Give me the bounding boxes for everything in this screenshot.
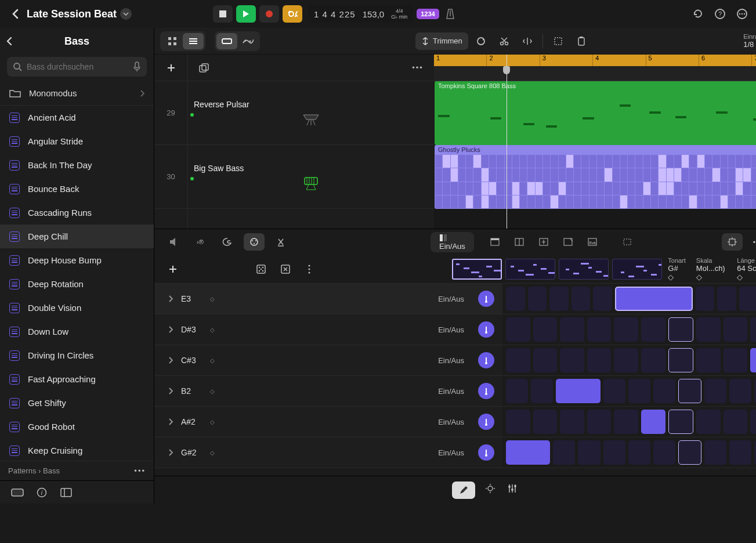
stop-button[interactable] [213,5,233,23]
brightness-icon[interactable] [483,482,497,495]
step-cell[interactable] [615,287,693,311]
einaus-mode[interactable]: Ein/Aus [432,234,472,251]
updown-icon[interactable]: ◇ [210,388,215,394]
row-mode[interactable]: Ein/Aus [438,448,464,457]
automation-mode-icon[interactable] [237,33,258,49]
help-icon[interactable]: ? [713,7,727,21]
step-cell[interactable] [704,379,726,403]
seq-view-1-icon[interactable] [484,233,505,251]
step-cell[interactable] [724,317,748,342]
step-cell[interactable] [560,317,584,342]
record-button[interactable] [259,5,279,23]
undo-icon[interactable] [691,7,705,21]
dice-icon[interactable] [252,260,270,278]
step-cell[interactable] [641,410,665,434]
step-cell[interactable] [696,287,715,311]
preset-row[interactable]: Keep Cruising [0,439,154,461]
updown-icon[interactable]: ◇ [210,327,215,333]
step-cell[interactable] [653,379,675,403]
step-cell[interactable] [628,379,650,403]
vdots-icon[interactable] [300,260,319,278]
search-input[interactable] [27,62,128,71]
bar-ruler[interactable]: 1234567 [434,55,756,66]
loop-tool-icon[interactable] [471,32,491,50]
preset-row[interactable]: Back In The Day [0,153,154,177]
clipboard-icon[interactable] [571,32,592,50]
seq-row-header[interactable]: A#2◇Ein/Aus [154,407,502,437]
preset-row[interactable]: Good Robot [0,415,154,439]
step-cell[interactable] [696,348,721,372]
step-cell[interactable] [704,440,726,465]
sidebar-back-button[interactable] [6,37,12,46]
cycle-button[interactable] [283,5,302,23]
breadcrumb[interactable]: Patterns › Bass [8,466,60,475]
step-cell[interactable] [578,440,600,465]
preset-row[interactable]: Down Low [0,320,154,343]
seq-more-icon[interactable]: ••• [748,233,756,251]
step-cell[interactable] [560,348,584,372]
key-param[interactable]: TonartG# ◇ [668,257,686,281]
step-cell[interactable] [603,440,625,465]
preset-row[interactable]: Driving In Circles [0,343,154,367]
speaker-icon[interactable] [164,233,185,251]
seq-view-2-icon[interactable] [509,233,530,251]
step-cell[interactable] [506,379,528,403]
step-cell[interactable] [739,287,756,311]
scissors-icon[interactable] [494,32,515,50]
step-cell[interactable] [641,348,665,372]
step-cell[interactable] [533,317,558,342]
step-cell[interactable] [506,440,550,465]
back-button[interactable] [7,6,23,22]
row-mode[interactable]: Ein/Aus [438,387,464,396]
palette-alt-icon[interactable] [244,233,265,251]
step-cell[interactable] [641,317,665,342]
updown-icon[interactable]: ◇ [210,419,215,425]
step-cell[interactable] [533,348,558,372]
updown-icon[interactable]: ◇ [210,296,215,302]
step-cell[interactable] [528,287,547,311]
step-cell[interactable] [587,317,612,342]
step-cell[interactable] [729,379,751,403]
step-cell[interactable] [668,348,694,372]
velocity-knob[interactable] [478,444,494,461]
step-cell[interactable] [587,348,612,372]
region-mode-icon[interactable] [216,33,237,49]
lcd-display[interactable]: 1 4 4 225 153,0 4/4 G♭ min [308,5,413,23]
region[interactable]: Tompkins Square 808 Bass [435,81,756,145]
updown-icon[interactable]: ◇ [210,357,215,364]
seq-row-header[interactable]: B2◇Ein/Aus [154,376,502,407]
velocity-knob[interactable] [478,383,494,399]
mixer-icon[interactable] [505,482,519,495]
pattern-page-tabs[interactable] [452,259,662,280]
scale-param[interactable]: SkalaMol...ch) ◇ [696,257,726,281]
row-mode[interactable]: Ein/Aus [438,325,464,334]
preset-row[interactable]: Deep Chill [0,225,154,248]
step-cell[interactable] [724,348,748,372]
step-cell[interactable] [603,379,625,403]
pattern-page[interactable] [505,259,555,280]
monomodus-row[interactable]: Monomodus [0,81,154,106]
pattern-page[interactable] [612,259,662,280]
step-cell[interactable] [750,410,756,434]
project-menu-chevron[interactable] [120,8,132,20]
step-cell[interactable] [506,348,530,372]
step-cell[interactable] [628,440,650,465]
preset-row[interactable]: Deep House Bump [0,248,154,272]
seq-view-4-icon[interactable] [558,233,578,251]
step-cell[interactable] [696,317,721,342]
record-option-icon[interactable]: ›® [190,233,211,251]
row-mode[interactable]: Ein/Aus [438,418,464,426]
duplicate-track-icon[interactable] [194,59,215,77]
more-icon[interactable] [735,7,749,21]
step-cell[interactable] [549,287,569,311]
seq-view-3-icon[interactable] [533,233,554,251]
metronome-icon[interactable] [443,6,458,21]
step-cell[interactable] [750,317,756,342]
step-cell[interactable] [533,410,558,434]
row-mode[interactable]: Ein/Aus [438,295,464,303]
palette-icon[interactable] [217,233,238,251]
play-button[interactable] [236,5,256,23]
step-cell[interactable] [560,410,584,434]
fullscreen-icon[interactable] [617,233,638,251]
project-title[interactable]: Late Session Beat [27,8,117,20]
